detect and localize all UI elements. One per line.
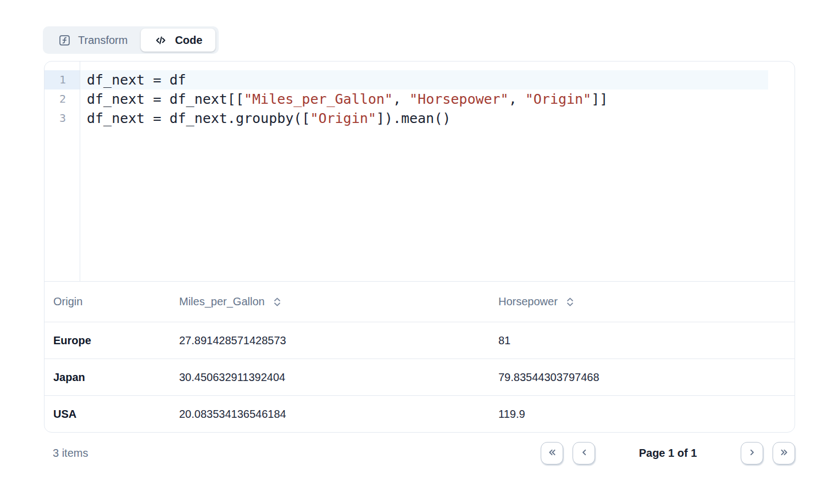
column-header-origin: Origin [45, 295, 170, 308]
pagination: Page 1 of 1 [541, 442, 795, 464]
next-page-icon [746, 446, 758, 461]
sort-icon[interactable] [273, 296, 282, 307]
column-header-horsepower[interactable]: Horsepower [490, 295, 795, 308]
code-text-area[interactable]: df_next = df df_next = df_next[["Miles_p… [80, 61, 795, 281]
last-page-icon [778, 446, 790, 461]
line-number: 2 [45, 89, 80, 109]
next-page-button[interactable] [741, 442, 763, 464]
tab-transform[interactable]: Transform [45, 29, 141, 52]
code-line-3: df_next = df_next.groupby(["Origin"]).me… [80, 109, 795, 128]
table-footer: 3 items Page 1 of 1 [44, 442, 795, 464]
app-root: { "tabs": { "transform_label": "Transfor… [0, 0, 833, 504]
last-page-button[interactable] [773, 442, 795, 464]
function-icon [58, 34, 71, 47]
first-page-icon [546, 446, 558, 461]
cell-horsepower: 81 [490, 334, 795, 347]
cell-origin: USA [45, 408, 170, 421]
items-count: 3 items [44, 447, 88, 460]
code-and-result-panel: 1 2 3 df_next = df df_next = df_next[["M… [44, 61, 795, 433]
first-page-button[interactable] [541, 442, 563, 464]
table-row: Japan 30.450632911392404 79.835443037974… [45, 359, 795, 395]
line-number: 1 [45, 70, 80, 89]
code-editor[interactable]: 1 2 3 df_next = df df_next = df_next[["M… [45, 61, 795, 281]
cell-horsepower: 79.83544303797468 [490, 371, 795, 384]
code-icon [154, 33, 168, 47]
tab-code-label: Code [175, 34, 202, 47]
tab-code[interactable]: Code [141, 29, 215, 52]
cell-miles-per-gallon: 30.450632911392404 [170, 371, 490, 384]
cell-origin: Europe [45, 334, 170, 347]
tab-transform-label: Transform [78, 34, 127, 47]
cell-miles-per-gallon: 20.083534136546184 [170, 408, 490, 421]
line-number-gutter: 1 2 3 [45, 61, 80, 281]
code-line-2: df_next = df_next[["Miles_per_Gallon", "… [80, 89, 795, 109]
cell-origin: Japan [45, 371, 170, 384]
table-header-row: Origin Miles_per_Gallon Horsepower [45, 281, 795, 322]
prev-page-icon [578, 446, 590, 461]
cell-horsepower: 119.9 [490, 408, 795, 421]
line-number: 3 [45, 109, 80, 128]
table-row: Europe 27.891428571428573 81 [45, 322, 795, 359]
code-line-1: df_next = df [80, 70, 768, 89]
table-row: USA 20.083534136546184 119.9 [45, 395, 795, 432]
cell-miles-per-gallon: 27.891428571428573 [170, 334, 490, 347]
sort-icon[interactable] [565, 296, 575, 307]
column-header-miles-per-gallon[interactable]: Miles_per_Gallon [170, 295, 490, 308]
previous-page-button[interactable] [573, 442, 595, 464]
view-mode-tab-bar: Transform Code [43, 26, 219, 54]
page-indicator: Page 1 of 1 [604, 447, 731, 460]
